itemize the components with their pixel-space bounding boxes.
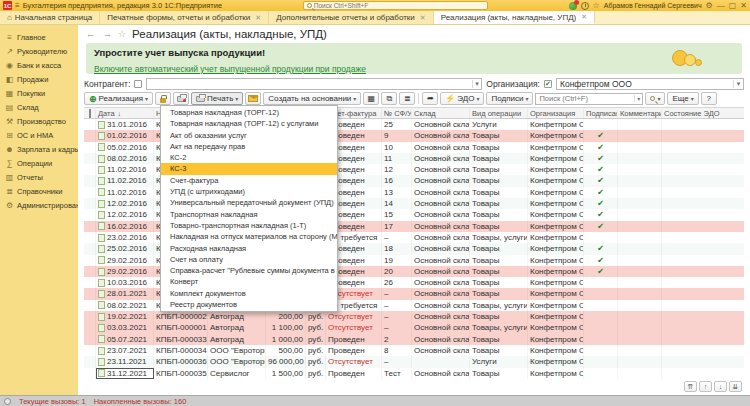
tab-close-icon[interactable]: ✕	[420, 14, 426, 22]
print-menu-item[interactable]: Счет-фактура	[161, 175, 337, 186]
print-menu-item[interactable]: Товарная накладная (ТОРГ-12) с услугами	[161, 118, 337, 129]
column-header-signed[interactable]: Подписан	[584, 109, 618, 118]
search-settings-button[interactable]: ▾	[645, 92, 665, 105]
sidebar-item[interactable]: ▦Покупки	[0, 86, 78, 100]
forward-document-button[interactable]: ➦	[422, 92, 438, 105]
column-header-operation[interactable]: Вид операции	[470, 109, 528, 118]
print-menu-item[interactable]: УПД (с штрихкодами)	[161, 186, 337, 197]
minimize-button[interactable]: —	[717, 2, 725, 10]
sidebar-item[interactable]: ↗Руководителю	[0, 44, 78, 58]
print-menu-item[interactable]: Акт об оказании услуг	[161, 130, 337, 141]
print-menu-item[interactable]: КС-3	[161, 163, 337, 174]
sidebar-item[interactable]: ∑Операции	[0, 156, 78, 170]
print-menu-item[interactable]: Счет на оплату	[161, 254, 337, 265]
attached-files-button[interactable]: ⧉	[381, 92, 397, 105]
table-row[interactable]: 19.02.2021 КПБП-000002 Автоград 200,00 р…	[84, 311, 744, 322]
pager-button[interactable]: ⇊	[729, 381, 742, 392]
history-icon[interactable]	[581, 2, 589, 10]
send-email-button[interactable]	[245, 92, 261, 105]
main-menu-icon[interactable]: ≡	[15, 1, 20, 10]
banner-link[interactable]: Включите автоматический учет выпущенной …	[94, 64, 366, 74]
print-menu-item[interactable]: Справка-расчет "Рублевые суммы документа…	[161, 265, 337, 276]
counterparty-field[interactable]: ▾	[146, 78, 482, 90]
sidebar-item[interactable]: ☻Зарплата и кадры	[0, 142, 78, 156]
column-header-warehouse[interactable]: Склад	[412, 109, 470, 118]
chevron-down-icon[interactable]: ▾	[733, 80, 743, 88]
print-menu-item[interactable]: Расходная накладная	[161, 243, 337, 254]
chevron-down-icon[interactable]: ▾	[472, 80, 482, 88]
counterparty-input[interactable]	[147, 79, 471, 89]
add-favorite-star-icon[interactable]: ☆	[118, 29, 126, 39]
notifications-icon[interactable]	[569, 2, 577, 10]
organization-checkbox[interactable]: ✔	[544, 80, 552, 88]
signs-menu-button[interactable]: Подписи ▾	[486, 92, 533, 105]
list-search-box[interactable]: ▾	[535, 93, 643, 105]
current-user-name[interactable]: Абрамов Геннадий Сергеевич	[604, 2, 702, 9]
table-row[interactable]: 31.12.2021 КПБП-000035 Сервислог 1 500,0…	[84, 368, 744, 379]
create-document-button[interactable]: ⊕ Реализация ▾	[84, 92, 153, 105]
column-header-comment[interactable]: Комментарий	[618, 109, 662, 118]
print-menu-item[interactable]: Универсальный передаточный документ (УПД…	[161, 197, 337, 208]
print-menu-item[interactable]: Конверт	[161, 276, 337, 287]
tab-item[interactable]: Печатные формы, отчеты и обработки✕	[100, 11, 269, 24]
tab-close-icon[interactable]: ✕	[255, 14, 261, 22]
pager-button[interactable]: ↑	[699, 381, 712, 392]
column-header-date[interactable]: Дата↓	[96, 109, 154, 118]
sidebar-item[interactable]: ⊞ОС и НМА	[0, 128, 78, 142]
chevron-down-icon[interactable]: ▾	[634, 95, 642, 102]
settings-gear-icon[interactable]: ⚙	[706, 1, 713, 10]
help-button[interactable]: ?	[701, 92, 717, 105]
sidebar-item[interactable]: ⚒Производство	[0, 114, 78, 128]
sidebar-item[interactable]: ≣Справочники	[0, 184, 78, 198]
print-menu-button[interactable]: Печать ▾	[191, 92, 243, 105]
table-row[interactable]: 23.07.2021 КПБП-000034 ООО "Евроторг" 50…	[84, 345, 744, 356]
close-button[interactable]: ✕	[740, 2, 747, 10]
list-search-input[interactable]	[536, 94, 634, 103]
sidebar-item[interactable]: ▥Отчеты	[0, 170, 78, 184]
column-header-edo-state[interactable]: Состояние ЭДО	[662, 109, 740, 118]
sidebar-item[interactable]: ≡Главное	[0, 30, 78, 44]
create-based-on-button[interactable]: Создать на основании ▾	[263, 92, 361, 105]
more-button[interactable]: Еще ▾	[667, 92, 698, 105]
tab-item[interactable]: ⌂Начальная страница	[0, 11, 100, 24]
attachment-column-header[interactable]	[84, 109, 96, 118]
forward-button[interactable]: →	[101, 28, 114, 40]
print-menu-item[interactable]: Комплект документов	[161, 288, 337, 299]
edo-menu-button[interactable]: ⚡ ЭДО ▾	[440, 92, 484, 105]
global-search-box[interactable]	[303, 1, 488, 10]
tab-active[interactable]: Реализация (акты, накладные, УПД)✕	[434, 11, 595, 24]
list-settings-button[interactable]: ≣	[399, 92, 415, 105]
send-icon: ➦	[427, 94, 434, 103]
lock-button[interactable]	[155, 92, 171, 105]
sidebar-item-label: Зарплата и кадры	[17, 145, 78, 154]
organization-field[interactable]: Конфетпром ООО ▾	[556, 78, 744, 90]
tab-close-icon[interactable]: ✕	[581, 13, 587, 21]
reports-button[interactable]: ▦	[363, 92, 379, 105]
print-menu-item[interactable]: Транспортная накладная	[161, 209, 337, 220]
print-menu-item[interactable]: Акт на передачу прав	[161, 141, 337, 152]
sidebar-item[interactable]: ◉Банк и касса	[0, 58, 78, 72]
table-row[interactable]: 05.07.2021 КПБП-000033 Автоград 1 000,00…	[84, 334, 744, 345]
pager-button[interactable]: ↓	[714, 381, 727, 392]
sidebar-item[interactable]: ⚙Администрирование	[0, 198, 78, 212]
print-menu-item[interactable]: Товарно-транспортная накладная (1-Т)	[161, 220, 337, 231]
print-menu-item[interactable]: Накладная на отпуск материалов на сторон…	[161, 231, 337, 242]
print-menu-item[interactable]: Реестр документов	[161, 299, 337, 310]
column-header-sf-number[interactable]: № СФ/УПД	[382, 109, 412, 118]
pager-button[interactable]: ⇈	[684, 381, 697, 392]
column-header-organization[interactable]: Организация	[528, 109, 584, 118]
counterparty-checkbox[interactable]	[134, 80, 142, 88]
table-row[interactable]: 23.11.2021 КПБП-000036 ООО "Евроторг" 96…	[84, 356, 744, 367]
sidebar-item[interactable]: ◧Продажи	[0, 72, 78, 86]
quick-print-button[interactable]	[173, 92, 189, 105]
tab-item[interactable]: Дополнительные отчеты и обработки✕	[269, 11, 433, 24]
chevron-down-icon: ▾	[691, 95, 694, 102]
print-menu-item[interactable]: КС-2	[161, 152, 337, 163]
table-row[interactable]: 03.03.2021 КПБП-000001 Автоград 1 100,00…	[84, 322, 744, 333]
favorites-star-icon[interactable]: ☆	[593, 2, 600, 10]
global-search-input[interactable]	[314, 2, 484, 9]
maximize-button[interactable]: ▢	[729, 2, 737, 10]
sidebar-item[interactable]: ▤Склад	[0, 100, 78, 114]
print-menu-item[interactable]: Товарная накладная (ТОРГ-12)	[161, 107, 337, 118]
back-button[interactable]: ←	[84, 28, 97, 40]
